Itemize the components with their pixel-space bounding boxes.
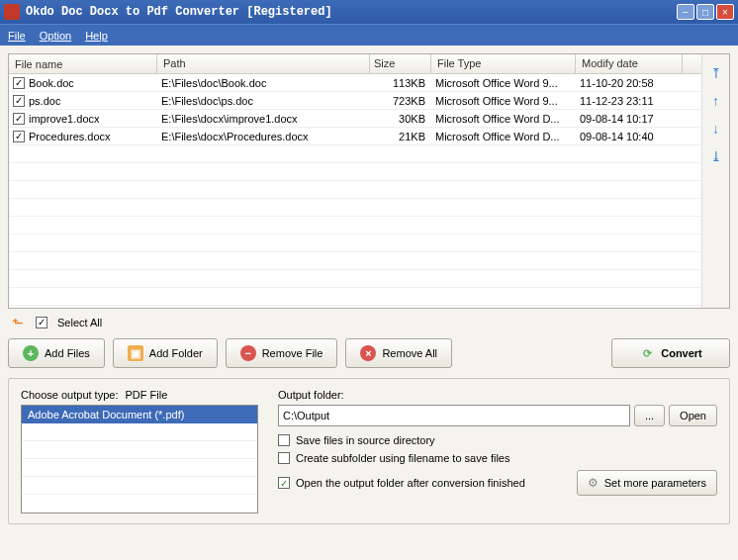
convert-icon: ⟳	[639, 345, 655, 361]
set-more-parameters-button[interactable]: ⚙ Set more parameters	[577, 470, 717, 496]
file-date: 09-08-14 10:17	[576, 113, 683, 125]
file-date: 11-12-23 23:11	[576, 95, 683, 107]
select-all-label: Select All	[57, 317, 102, 328]
browse-button[interactable]: ...	[634, 405, 665, 426]
output-folder-section: Output folder: ... Open Save files in so…	[278, 389, 717, 513]
file-size: 21KB	[370, 131, 431, 142]
open-folder-button[interactable]: Open	[669, 405, 717, 426]
menu-help[interactable]: Help	[85, 30, 108, 42]
title-bar: Okdo Doc Docx to Pdf Converter [Register…	[0, 0, 738, 24]
table-row[interactable]: ✓Procedures.docxE:\Files\docx\Procedures…	[9, 128, 701, 145]
plus-icon: +	[23, 345, 39, 361]
select-all-row: ⬑ ✓ Select All	[12, 315, 730, 330]
table-body: ✓Book.docE:\Files\doc\Book.doc113KBMicro…	[9, 74, 701, 306]
file-name: Book.doc	[29, 77, 74, 89]
file-path: E:\Files\doc\Book.doc	[157, 77, 370, 89]
folder-icon: ▣	[128, 345, 143, 361]
convert-button[interactable]: ⟳Convert	[611, 338, 730, 368]
file-date: 11-10-20 20:58	[576, 77, 683, 89]
move-down-button[interactable]: ↓	[707, 120, 725, 138]
open-after-label: Open the output folder after conversion …	[296, 477, 525, 489]
output-type-item[interactable]: Adobe Acrobat Document (*.pdf)	[22, 406, 257, 423]
row-checkbox[interactable]: ✓	[13, 95, 25, 107]
choose-output-value: PDF File	[126, 389, 168, 401]
maximize-button[interactable]: □	[696, 4, 714, 20]
file-date: 09-08-14 10:40	[576, 131, 683, 142]
table-header: File name Path Size File Type Modify dat…	[9, 54, 701, 74]
file-name: ps.doc	[29, 95, 60, 107]
reorder-buttons: ⤒ ↑ ↓ ⤓	[701, 54, 729, 308]
table-row[interactable]: ✓ps.docE:\Files\doc\ps.doc723KBMicrosoft…	[9, 92, 701, 110]
up-folder-icon[interactable]: ⬑	[12, 315, 24, 330]
open-after-row: ✓ Open the output folder after conversio…	[278, 477, 525, 489]
save-source-row: Save files in source directory	[278, 434, 717, 446]
minimize-button[interactable]: −	[677, 4, 694, 20]
add-files-button[interactable]: +Add Files	[8, 338, 105, 368]
output-type-section: Choose output type: PDF File Adobe Acrob…	[21, 389, 258, 513]
file-type: Microsoft Office Word D...	[431, 113, 576, 125]
file-path: E:\Files\docx\Procedures.docx	[157, 131, 370, 142]
remove-file-button[interactable]: −Remove File	[226, 338, 338, 368]
select-all-checkbox[interactable]: ✓	[36, 317, 47, 328]
menu-option[interactable]: Option	[40, 30, 71, 42]
save-source-checkbox[interactable]	[278, 434, 290, 446]
table-row[interactable]: ✓Book.docE:\Files\doc\Book.doc113KBMicro…	[9, 74, 701, 92]
file-type: Microsoft Office Word 9...	[431, 95, 576, 107]
header-size[interactable]: Size	[370, 54, 431, 73]
save-source-label: Save files in source directory	[296, 434, 435, 446]
minus-icon: −	[240, 345, 256, 361]
file-path: E:\Files\doc\ps.doc	[157, 95, 370, 107]
header-name[interactable]: File name	[9, 54, 157, 73]
output-type-listbox[interactable]: Adobe Acrobat Document (*.pdf)	[21, 405, 258, 513]
app-icon	[4, 4, 20, 20]
file-name: improve1.docx	[29, 113, 100, 125]
move-top-button[interactable]: ⤒	[707, 64, 725, 82]
choose-output-label: Choose output type:	[21, 389, 118, 401]
file-size: 113KB	[370, 77, 431, 89]
output-panel: Choose output type: PDF File Adobe Acrob…	[8, 378, 730, 524]
row-checkbox[interactable]: ✓	[13, 131, 25, 142]
create-subfolder-label: Create subfolder using filename to save …	[296, 452, 509, 464]
gear-icon: ⚙	[588, 476, 599, 490]
file-type: Microsoft Office Word D...	[431, 131, 576, 142]
file-table: File name Path Size File Type Modify dat…	[9, 54, 701, 308]
menu-file[interactable]: File	[8, 30, 26, 42]
table-row[interactable]: ✓improve1.docxE:\Files\docx\improve1.doc…	[9, 110, 701, 128]
create-subfolder-row: Create subfolder using filename to save …	[278, 452, 717, 464]
header-type[interactable]: File Type	[431, 54, 576, 73]
row-checkbox[interactable]: ✓	[13, 77, 25, 89]
header-path[interactable]: Path	[157, 54, 370, 73]
row-checkbox[interactable]: ✓	[13, 113, 25, 125]
file-path: E:\Files\docx\improve1.docx	[157, 113, 370, 125]
open-after-checkbox[interactable]: ✓	[278, 477, 290, 489]
file-size: 30KB	[370, 113, 431, 125]
x-icon: ×	[360, 345, 376, 361]
close-button[interactable]: ×	[716, 4, 734, 20]
add-folder-button[interactable]: ▣Add Folder	[113, 338, 218, 368]
menu-bar: File Option Help	[0, 24, 738, 46]
content-area: File name Path Size File Type Modify dat…	[0, 46, 738, 560]
file-list-panel: File name Path Size File Type Modify dat…	[8, 53, 730, 309]
move-bottom-button[interactable]: ⤓	[707, 147, 725, 165]
action-button-row: +Add Files ▣Add Folder −Remove File ×Rem…	[8, 338, 730, 368]
window-title: Okdo Doc Docx to Pdf Converter [Register…	[26, 5, 675, 19]
file-size: 723KB	[370, 95, 431, 107]
output-folder-label: Output folder:	[278, 389, 717, 401]
file-type: Microsoft Office Word 9...	[431, 77, 576, 89]
move-up-button[interactable]: ↑	[707, 92, 725, 110]
output-folder-input[interactable]	[278, 405, 630, 426]
create-subfolder-checkbox[interactable]	[278, 452, 290, 464]
file-name: Procedures.docx	[29, 131, 111, 142]
remove-all-button[interactable]: ×Remove All	[345, 338, 452, 368]
header-date[interactable]: Modify date	[576, 54, 683, 73]
